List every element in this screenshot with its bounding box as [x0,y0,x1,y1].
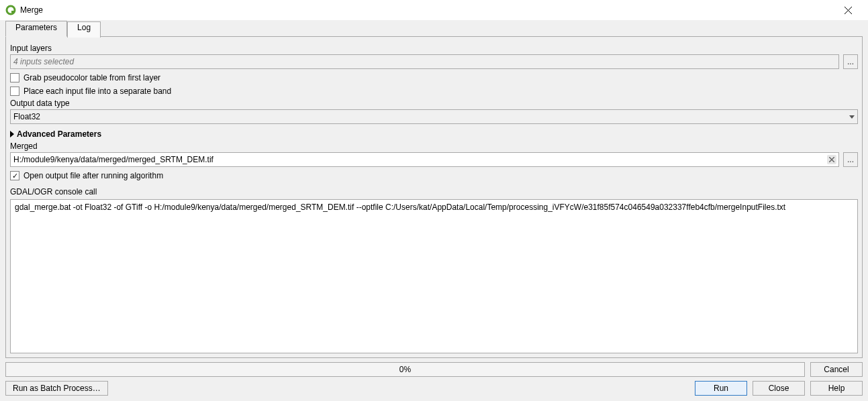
merged-browse-button[interactable]: ... [843,152,858,167]
tab-parameters[interactable]: Parameters [5,21,67,37]
separate-band-checkbox[interactable] [10,87,19,96]
open-output-checkbox[interactable] [10,171,19,180]
output-data-type-value: Float32 [13,112,849,121]
advanced-parameters-expander[interactable]: Advanced Parameters [10,129,858,139]
run-button[interactable]: Run [695,381,747,396]
console-call-label: GDAL/OGR console call [10,187,858,196]
input-layers-field[interactable] [10,54,839,69]
progress-text: 0% [399,365,411,374]
output-data-type-label: Output data type [10,99,858,108]
merged-path-input[interactable] [10,152,839,167]
clear-merged-button[interactable] [827,155,836,164]
tab-log[interactable]: Log [67,21,101,38]
window-title: Merge [20,5,43,15]
advanced-parameters-label: Advanced Parameters [17,129,101,139]
grab-pseudocolor-checkbox[interactable] [10,73,19,82]
output-data-type-select[interactable]: Float32 [10,109,858,124]
qgis-icon [5,5,16,15]
titlebar: Merge [0,0,868,20]
input-layers-label: Input layers [10,44,858,53]
close-button[interactable]: Close [753,381,805,396]
merged-label: Merged [10,141,858,151]
cancel-button[interactable]: Cancel [810,362,863,377]
separate-band-label: Place each input file into a separate ba… [23,87,171,96]
run-batch-button[interactable]: Run as Batch Process… [5,381,108,396]
tab-panel-parameters: Input layers ... Grab pseudocolor table … [5,36,863,358]
open-output-label: Open output file after running algorithm [23,171,163,180]
svg-rect-1 [11,11,15,13]
svg-point-0 [7,6,15,14]
help-button[interactable]: Help [810,381,863,396]
window-close-button[interactable] [833,1,863,19]
console-call-box[interactable]: gdal_merge.bat -ot Float32 -of GTiff -o … [10,199,858,353]
grab-pseudocolor-label: Grab pseudocolor table from first layer [23,73,160,82]
progress-bar: 0% [5,362,805,377]
chevron-right-icon [10,131,14,137]
chevron-down-icon [849,115,855,119]
tabs: Parameters Log [5,20,863,36]
input-layers-browse-button[interactable]: ... [843,54,858,69]
